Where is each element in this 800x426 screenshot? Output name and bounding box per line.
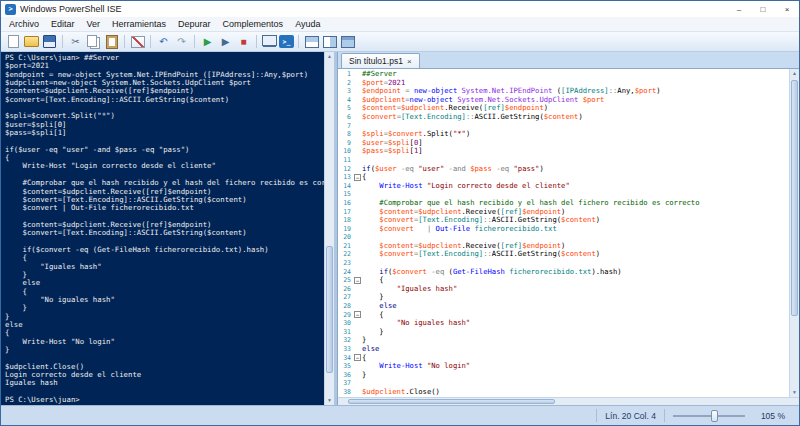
- pane-right-icon[interactable]: [321, 34, 338, 50]
- editor-line[interactable]: 36}: [338, 371, 799, 380]
- console-output[interactable]: PS C:\Users\juan> ##Server$port=2021$end…: [1, 52, 334, 405]
- pane-max-icon[interactable]: [339, 34, 356, 50]
- console-pane[interactable]: PS C:\Users\juan> ##Server$port=2021$end…: [1, 52, 334, 405]
- scrollbar-thumb[interactable]: [791, 80, 798, 316]
- menu-item-complementos[interactable]: Complementos: [217, 17, 290, 32]
- scroll-down-icon[interactable]: ▼: [325, 396, 334, 405]
- editor-line[interactable]: 12if($user -eq "user" -and $pass -eq "pa…: [338, 165, 799, 174]
- menu-item-ver[interactable]: Ver: [81, 17, 107, 32]
- zoom-slider[interactable]: [673, 409, 745, 423]
- scroll-up-icon[interactable]: ▲: [790, 69, 799, 78]
- editor-line[interactable]: 26 "Iguales hash": [338, 285, 799, 294]
- code-text: }: [362, 336, 799, 345]
- scroll-up-icon[interactable]: ▲: [325, 52, 334, 61]
- editor-vscrollbar[interactable]: ▲ ▼: [789, 69, 799, 397]
- editor-line[interactable]: 24 if($convert -eq (Get-FileHash fichero…: [338, 268, 799, 277]
- menu-item-depurar[interactable]: Depurar: [172, 17, 217, 32]
- pane-top-icon[interactable]: [303, 34, 320, 50]
- scroll-down-icon[interactable]: ▼: [790, 388, 799, 397]
- fold-toggle-icon[interactable]: −: [354, 311, 361, 318]
- editor-line[interactable]: 23: [338, 259, 799, 268]
- editor-line[interactable]: 31 }: [338, 328, 799, 337]
- editor-line[interactable]: 17 $content=$udpclient.Receive([ref]$end…: [338, 208, 799, 217]
- code-text: "Iguales hash": [362, 285, 799, 294]
- editor-line[interactable]: 1##Server: [338, 70, 799, 79]
- scrollbar-thumb[interactable]: [326, 246, 333, 373]
- console-line: "No iguales hash": [5, 296, 322, 304]
- editor-line[interactable]: 38$udpclient.Close(): [338, 388, 799, 397]
- editor-line[interactable]: 37: [338, 379, 799, 388]
- editor-line[interactable]: 4$udpclient=new-object System.Net.Socket…: [338, 96, 799, 105]
- file-tab[interactable]: Sin título1.ps1 ×: [341, 53, 420, 68]
- maximize-button[interactable]: □: [751, 1, 775, 17]
- remote-tab-icon[interactable]: [261, 34, 278, 50]
- run-script-icon[interactable]: ▶: [199, 34, 216, 50]
- clear-console-icon[interactable]: [129, 34, 146, 50]
- save-script-icon[interactable]: [41, 34, 58, 50]
- editor-line[interactable]: 8$spli=$convert.Split("*"): [338, 130, 799, 139]
- tab-close-icon[interactable]: ×: [407, 57, 412, 66]
- editor-line[interactable]: 6$convert=[Text.Encoding]::ASCII.GetStri…: [338, 113, 799, 122]
- tab-bar: Sin título1.ps1 ×: [338, 52, 799, 69]
- editor-hscrollbar[interactable]: [338, 397, 799, 405]
- editor-line[interactable]: 20: [338, 233, 799, 242]
- close-button[interactable]: ×: [775, 1, 799, 17]
- fold-toggle-icon: [353, 233, 362, 242]
- editor-line[interactable]: 29− {: [338, 311, 799, 320]
- code-text: [362, 379, 799, 388]
- editor-line[interactable]: 13−{: [338, 173, 799, 182]
- powershell-icon[interactable]: >_: [279, 35, 294, 48]
- scrollbar-thumb[interactable]: [348, 399, 555, 404]
- statusbar-separator: [664, 409, 665, 422]
- paste-icon[interactable]: [103, 34, 120, 50]
- editor-line[interactable]: 19 $convert | Out-File ficherorecibido.t…: [338, 225, 799, 234]
- editor-line[interactable]: 15: [338, 190, 799, 199]
- editor-line[interactable]: 21 $content=$udpclient.Receive([ref]$end…: [338, 242, 799, 251]
- editor-line[interactable]: 25− {: [338, 276, 799, 285]
- line-number: 30: [338, 319, 353, 328]
- fold-toggle-icon: [353, 199, 362, 208]
- editor-line[interactable]: 11: [338, 156, 799, 165]
- run-selection-icon[interactable]: ▶: [217, 34, 234, 50]
- editor-line[interactable]: 22 $convert=[Text.Encoding]::ASCII.GetSt…: [338, 250, 799, 259]
- editor-line[interactable]: 33else: [338, 345, 799, 354]
- open-script-icon[interactable]: [23, 34, 40, 50]
- fold-toggle-icon: [353, 379, 362, 388]
- zoom-slider-thumb[interactable]: [711, 410, 718, 422]
- editor-line[interactable]: 5$content=$udpclient.Receive([ref]$endpo…: [338, 104, 799, 113]
- editor-line[interactable]: 18 $convert=[Text.Encoding]::ASCII.GetSt…: [338, 216, 799, 225]
- menu-item-editar[interactable]: Editar: [45, 17, 81, 32]
- editor-line[interactable]: 9$user=$spli[0]: [338, 139, 799, 148]
- editor-line[interactable]: 35 Write-Host "No login": [338, 362, 799, 371]
- undo-icon[interactable]: ↶: [155, 34, 172, 50]
- editor-line[interactable]: 14 Write-Host "Login correcto desde el c…: [338, 182, 799, 191]
- editor-line[interactable]: 27 }: [338, 293, 799, 302]
- editor-line[interactable]: 3$endpoint = new-object System.Net.IPEnd…: [338, 87, 799, 96]
- editor-line[interactable]: 2$port=2021: [338, 79, 799, 88]
- fold-toggle-icon[interactable]: −: [354, 354, 361, 361]
- minimize-button[interactable]: –: [727, 1, 751, 17]
- redo-icon[interactable]: ↷: [173, 34, 190, 50]
- menu-item-archivo[interactable]: Archivo: [3, 17, 45, 32]
- cut-icon[interactable]: ✂: [67, 34, 84, 50]
- editor-line[interactable]: 30 "No iguales hash": [338, 319, 799, 328]
- editor-line[interactable]: 32}: [338, 336, 799, 345]
- editor-body: 1##Server2$port=20213$endpoint = new-obj…: [338, 69, 799, 405]
- menu-item-herramientas[interactable]: Herramientas: [106, 17, 172, 32]
- copy-icon[interactable]: [85, 34, 102, 50]
- fold-toggle-icon[interactable]: −: [354, 174, 361, 181]
- editor-line[interactable]: 34−{: [338, 354, 799, 363]
- menu-item-ayuda[interactable]: Ayuda: [289, 17, 326, 32]
- fold-toggle-icon: [353, 225, 362, 234]
- editor-line[interactable]: 16 #Comprobar que el hash recibido y el …: [338, 199, 799, 208]
- new-script-icon[interactable]: [5, 34, 22, 50]
- editor-line[interactable]: 28 else: [338, 302, 799, 311]
- stop-icon[interactable]: ■: [235, 34, 252, 50]
- editor-line[interactable]: 7: [338, 122, 799, 131]
- editor-lines[interactable]: 1##Server2$port=20213$endpoint = new-obj…: [338, 69, 799, 397]
- fold-toggle-icon[interactable]: −: [354, 277, 361, 284]
- code-text: $spli=$convert.Split("*"): [362, 130, 799, 139]
- line-number: 34: [338, 354, 353, 363]
- console-scrollbar[interactable]: ▲ ▼: [324, 52, 334, 405]
- editor-line[interactable]: 10$pass=$spli[1]: [338, 147, 799, 156]
